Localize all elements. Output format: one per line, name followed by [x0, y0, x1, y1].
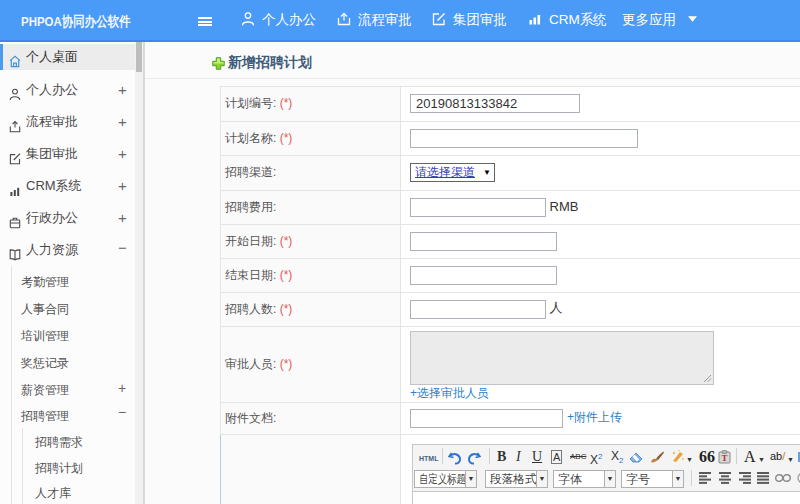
svg-text:T: T: [721, 453, 727, 463]
